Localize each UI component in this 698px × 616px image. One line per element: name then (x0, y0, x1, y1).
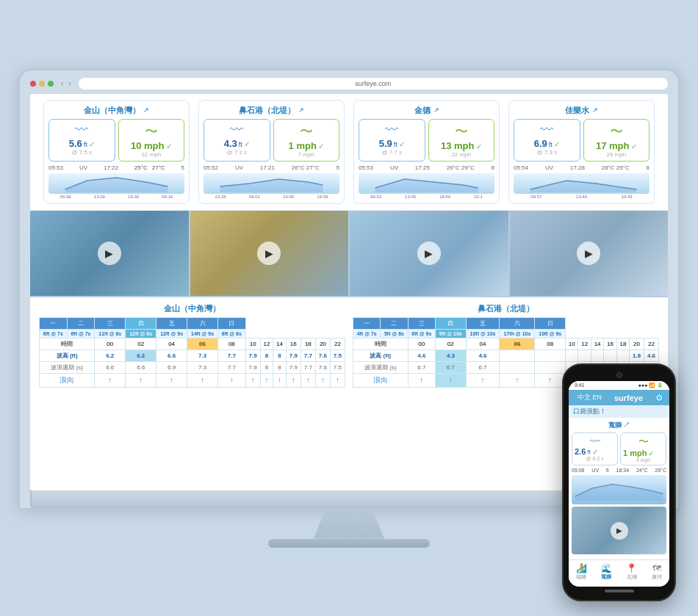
iphone-uv-label: UV (591, 468, 599, 473)
wind-dir-3: 22 mph (451, 151, 471, 158)
rsum-6: 17th @ 10s (500, 329, 535, 338)
card-title-4[interactable]: 佳樂水 ↗ (514, 105, 650, 116)
wave-value-4: 6.9 (534, 138, 547, 149)
svg-marker-0 (65, 178, 168, 192)
external-link-icon-1[interactable]: ↗ (143, 106, 149, 114)
forward-arrow[interactable]: › (67, 79, 72, 87)
external-link-icon-3[interactable]: ↗ (433, 106, 439, 114)
sum-6: 14ft @ 9s (187, 329, 218, 338)
iphone-tab-2[interactable]: 🌊 寬獅 (594, 563, 619, 581)
card-metrics-1: 〰 5.6 ft ✓ @ 7.5 s (48, 119, 184, 162)
sum-5: 12ft @ 9s (156, 329, 187, 338)
close-button[interactable] (30, 81, 36, 87)
iphone-tab-bar: 🏄 瑞穗 🌊 寬獅 📍 北埔 🗺 廣河 (569, 559, 669, 582)
summary-row-left: 6ft @ 7s 6ft @ 7s 11ft @ 8s 12ft @ 8s 12… (40, 329, 345, 338)
window-controls (30, 81, 54, 87)
play-button-3[interactable]: ▶ (417, 242, 441, 265)
iphone-play-button[interactable]: ▶ (611, 522, 628, 540)
card-title-1[interactable]: 金山（中角灣） ↗ (48, 105, 184, 116)
nav-arrows: ‹ › (60, 79, 73, 87)
chart-svg-1 (48, 173, 184, 194)
video-thumb-1[interactable]: ▶ (30, 211, 190, 296)
iphone-wind-val: 1 mph (623, 449, 647, 457)
wind-metric-2: 〜 1 mph ✓ 7 mph (273, 119, 340, 162)
lang-switch[interactable]: 中文 EN (578, 393, 602, 402)
tab-label-2: 寬獅 (594, 573, 619, 581)
iphone-wave-val: 2.6 (575, 447, 586, 456)
wind-value-1: 10 mph (131, 140, 165, 151)
sum-4: 12ft @ 8s (126, 329, 156, 338)
gear-icon[interactable]: ⚙ (655, 393, 663, 403)
wave-period-3: @ 7.7 s (381, 149, 402, 156)
iphone-wave-icon: 〰 (575, 435, 615, 447)
period-label-left: 波浪週期 (s) (40, 361, 95, 373)
time-2: 05:52 (204, 164, 218, 171)
iphone-card-title[interactable]: 寬獅 ↗ (572, 421, 666, 430)
wave-unit-2: ft (239, 141, 242, 148)
iphone-home-indicator (605, 590, 634, 593)
weather-card-3: 金德 ↗ 〰 5.9 ft (353, 100, 500, 204)
rsum-4: 9ft @ 10s (435, 329, 466, 338)
day-header-4-highlight: 四 (126, 317, 156, 329)
back-arrow[interactable]: ‹ (60, 79, 65, 87)
play-button-1[interactable]: ▶ (98, 242, 121, 265)
forecast-table-left-grid: 一 二 三 四 五 六 日 (39, 317, 345, 388)
temp-2: 26°C 27°C (292, 164, 320, 171)
card-title-3[interactable]: 金德 ↗ (359, 105, 494, 116)
sum-2: 6ft @ 7s (67, 329, 95, 338)
weather-details-3: 05:53 UV 17:25 26°C 29°C 8 (359, 164, 494, 171)
wind-metric-inner-2: 〜 1 mph ✓ 7 mph (278, 123, 335, 158)
iphone-camera (616, 372, 622, 378)
day-header-3: 三 (95, 317, 126, 329)
play-button-4[interactable]: ▶ (577, 242, 600, 265)
wave-check-1: ✓ (89, 140, 95, 148)
card-title-2[interactable]: 鼻石港（北堤） ↗ (204, 105, 339, 116)
wave-period-2: @ 7.2 s (226, 149, 247, 156)
rday-7: 日 (535, 317, 566, 329)
mini-chart-3 (359, 173, 494, 194)
sum-3: 11ft @ 8s (95, 329, 126, 338)
tab-icon-1: 🏄 (569, 563, 594, 573)
iphone-signal: ●●● 📶 🔋 (638, 383, 663, 388)
video-thumb-3[interactable]: ▶ (350, 211, 510, 296)
iphone-tab-1[interactable]: 🏄 瑞穗 (569, 563, 594, 581)
video-row: ▶ ▶ ▶ ▶ (30, 211, 668, 297)
forecast-title-left: 金山（中角灣） (39, 303, 345, 314)
video-thumb-4[interactable]: ▶ (510, 211, 669, 296)
minimize-button[interactable] (39, 81, 45, 87)
weather-card-1: 金山（中角灣） ↗ 〰 5.6 ft (43, 100, 190, 204)
iphone-wind-check: ✓ (648, 449, 654, 457)
iphone-navbar: 中文 EN surfeye 🌐 ⚙ (569, 390, 669, 405)
iphone-video-thumb[interactable]: ▶ (572, 507, 666, 554)
wind-dir-2: 7 mph (298, 151, 314, 158)
url-bar[interactable]: surfeye.com (79, 78, 668, 90)
iphone-ext-link[interactable]: ↗ (623, 421, 630, 429)
iphone-tab-4[interactable]: 🗺 廣河 (644, 563, 669, 581)
card-metrics-2: 〰 4.3 ft ✓ @ 7.2 s (204, 119, 339, 162)
tab-label-4: 廣河 (644, 573, 669, 581)
uv-label-2: UV (235, 164, 243, 171)
rsum-3: 8ft @ 9s (408, 329, 435, 338)
iphone-tab-3[interactable]: 📍 北埔 (619, 563, 644, 581)
hour-row-left: 時間 00 02 04 06 08 10 12 14 (40, 338, 345, 349)
wind-metric-3: 〜 13 mph ✓ 22 mph (428, 119, 495, 162)
time-label-left: 時間 (40, 338, 95, 349)
fullscreen-button[interactable] (48, 81, 54, 87)
external-link-icon-2[interactable]: ↗ (298, 106, 304, 114)
external-link-icon-4[interactable]: ↗ (592, 106, 598, 114)
uv-val-1: 5 (181, 164, 184, 171)
rsum-7: 10ft @ 9s (535, 329, 566, 338)
imac-stand (268, 510, 430, 548)
video-thumb-2[interactable]: ▶ (190, 211, 350, 296)
wind-icon-1: 〜 (145, 123, 158, 140)
chart-labels-2: 22:28 09:01 14:00 19:59 (204, 195, 339, 199)
play-button-2[interactable]: ▶ (257, 242, 281, 265)
day-header-5: 五 (156, 317, 187, 329)
sum-1: 6ft @ 7s (40, 329, 68, 338)
tab-label-3: 北埔 (619, 573, 644, 581)
dir-label-left: 浪向 (40, 373, 95, 387)
weather-details-1: 05:53 UV 17:22 25°C 27°C 5 (48, 164, 184, 171)
iphone-time: 05:08 (572, 468, 585, 473)
iphone-wind-icon: 〜 (623, 435, 663, 449)
iphone-screen: 9:41 ●●● 📶 🔋 中文 EN surfeye 🌐 ⚙ 口袋浪點！ 寬獅 … (569, 381, 669, 587)
